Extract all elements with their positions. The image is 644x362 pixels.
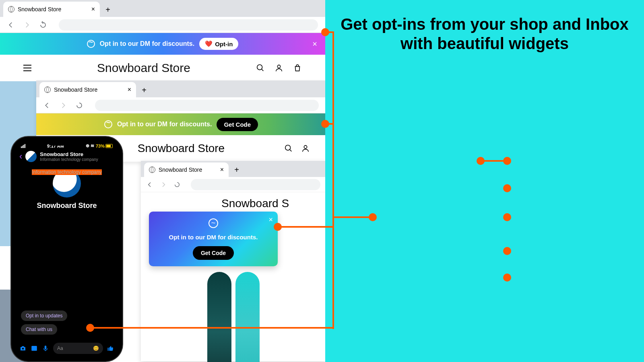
close-tab-icon[interactable]: × (128, 86, 131, 93)
globe-icon (8, 6, 14, 12)
address-bar[interactable] (95, 100, 319, 111)
connector-dot (503, 213, 511, 221)
mic-icon[interactable] (42, 345, 49, 352)
optin-banner-gradient: Opt in to our DM for discounts. ❤️ Opt-i… (0, 33, 325, 55)
chat-profile: Snowboard Store Typically replies instan… (15, 164, 118, 217)
photo-icon[interactable] (31, 345, 38, 352)
connector-line (279, 226, 334, 228)
connector-dot (503, 247, 511, 255)
forward-icon[interactable] (23, 21, 31, 29)
svg-point-4 (22, 348, 24, 350)
connector-dot (321, 120, 329, 128)
connector-line (332, 216, 371, 218)
page-body: Snowboard S × ~ Opt in to our DM for dis… (141, 192, 325, 361)
new-tab-button[interactable]: + (139, 85, 149, 95)
optin-button[interactable]: ❤️ Opt-in (199, 38, 238, 50)
chat-input-bar: Aa😊 (15, 343, 118, 354)
search-icon[interactable] (284, 144, 293, 153)
back-icon[interactable] (7, 21, 14, 29)
cart-icon[interactable] (293, 64, 302, 72)
banner-text: Opt in to our DM for discounts. (100, 40, 195, 47)
reload-icon[interactable] (39, 21, 47, 29)
avatar (25, 151, 37, 162)
connector-dot (274, 223, 282, 231)
store-title: Snowboard Store (97, 61, 190, 75)
svg-point-2 (285, 145, 291, 150)
search-icon[interactable] (256, 64, 265, 72)
store-title: Snowboard Store (138, 142, 225, 155)
browser-tab[interactable]: Snowboard Store × (39, 82, 136, 97)
snowboard-b (235, 272, 260, 362)
reload-icon[interactable] (76, 102, 83, 109)
popup-text: Opt in to our DM for discounts. (169, 234, 258, 241)
toolbar (141, 177, 325, 192)
quick-reply-chips: Opt in to updates Chat with us (21, 311, 67, 335)
svg-point-1 (277, 65, 280, 68)
connector-line (91, 327, 334, 329)
close-banner-icon[interactable]: × (312, 39, 317, 49)
browser-tab[interactable]: Snowboard Store × (144, 162, 229, 177)
menu-icon[interactable] (23, 65, 31, 71)
phone-notch (47, 137, 87, 146)
chat-header: ‹ Snowboard Store Information technology… (15, 149, 118, 164)
signal-icon (21, 144, 25, 148)
back-icon[interactable]: ‹ (19, 151, 22, 162)
message-input[interactable]: Aa😊 (53, 343, 103, 354)
globe-icon (149, 167, 155, 173)
battery-icon: 73% (96, 144, 113, 148)
getcode-button[interactable]: Get Code (217, 118, 258, 131)
browser-window-1: Snowboard Store × + Opt in to our DM for… (0, 0, 325, 81)
forward-icon[interactable] (160, 181, 167, 188)
toolbar (36, 97, 325, 113)
browser-tab[interactable]: Snowboard Store × (3, 2, 100, 17)
tab-strip: Snowboard Store × + (0, 0, 325, 17)
svg-rect-5 (31, 346, 37, 351)
svg-rect-6 (45, 346, 47, 349)
connector-dot (86, 324, 94, 332)
tab-strip: Snowboard Store × + (141, 161, 325, 177)
tab-title: Snowboard Store (18, 6, 61, 12)
connector-line (332, 31, 334, 329)
svg-point-3 (304, 146, 307, 148)
toolbar (0, 17, 325, 33)
chip-chat[interactable]: Chat with us (21, 324, 57, 335)
profile-subtitle: Information technology company (32, 169, 101, 175)
globe-icon (44, 86, 51, 93)
connector-dot (503, 184, 511, 192)
messenger-icon: ~ (208, 218, 218, 228)
connector-dot (503, 274, 511, 282)
store-header: Snowboard Store (0, 55, 325, 81)
chat-name: Snowboard Store (40, 151, 98, 157)
close-tab-icon[interactable]: × (220, 166, 224, 173)
svg-point-0 (257, 65, 262, 70)
connector-dot (503, 157, 511, 165)
reload-icon[interactable] (174, 181, 180, 188)
address-bar[interactable] (191, 179, 320, 190)
messenger-icon (104, 120, 112, 128)
optin-label: Opt-in (215, 41, 233, 47)
new-tab-button[interactable]: + (103, 5, 113, 14)
user-icon[interactable] (275, 64, 283, 72)
back-icon[interactable] (43, 102, 51, 109)
new-tab-button[interactable]: + (232, 165, 242, 175)
close-tab-icon[interactable]: × (91, 6, 95, 13)
profile-name: Snowboard Store (37, 202, 97, 210)
chat-subtitle: Information technology company (40, 157, 98, 162)
banner-text: Opt in to our DM for discounts. (117, 121, 212, 128)
marketing-headline: Get opt-ins from your shop and Inbox wit… (340, 14, 630, 53)
chip-optin[interactable]: Opt in to updates (21, 311, 67, 321)
snowboard-a (207, 272, 231, 362)
getcode-button[interactable]: Get Code (193, 246, 234, 260)
camera-icon[interactable] (19, 345, 27, 352)
like-icon[interactable] (107, 345, 114, 352)
store-title: Snowboard S (221, 197, 325, 210)
optin-popup: × ~ Opt in to our DM for discounts. Get … (149, 212, 278, 266)
forward-icon[interactable] (60, 102, 67, 109)
optin-banner-green: Opt in to our DM for discounts. Get Code (36, 113, 325, 135)
browser-window-3: Snowboard Store × + Snowboard S × ~ Opt … (141, 161, 325, 361)
product-image (207, 272, 260, 361)
popup-close-icon[interactable]: × (268, 216, 273, 224)
user-icon[interactable] (301, 144, 310, 153)
address-bar[interactable] (59, 19, 318, 31)
back-icon[interactable] (147, 181, 153, 188)
